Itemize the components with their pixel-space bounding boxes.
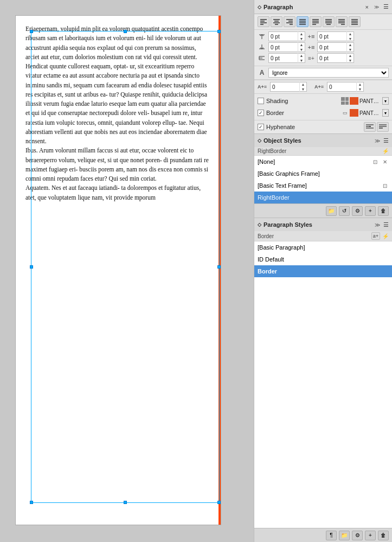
left-indent-down[interactable]: ▼ xyxy=(298,58,305,63)
align-center-button[interactable] xyxy=(271,16,282,27)
para-styles-lightning[interactable]: ⚡ xyxy=(382,233,389,239)
handle-bm[interactable] xyxy=(124,501,127,504)
paragraph-styles-toolbar: ¶ 📁 ⚙ + 🗑 xyxy=(254,528,392,542)
paragraph-styles-menu[interactable]: ☰ xyxy=(383,221,389,228)
para-styles-delete-btn[interactable]: 🗑 xyxy=(378,531,389,540)
align-left-button[interactable] xyxy=(258,16,269,27)
hyphenate-btn2[interactable] xyxy=(377,122,389,132)
right-indent-down[interactable]: ▼ xyxy=(347,58,354,63)
paragraph-expand-button[interactable]: ≫ xyxy=(374,4,379,10)
hyphenate-btn1[interactable] xyxy=(364,122,376,132)
paragraph-menu-button[interactable]: ☰ xyxy=(383,3,389,10)
border-color-group: ▭ PANTO... ▼ xyxy=(343,109,389,117)
border-checkbox[interactable] xyxy=(258,110,264,116)
font-size-value1: 0 xyxy=(271,84,299,90)
align-justify-all-button[interactable] xyxy=(349,16,361,27)
hyphenate-buttons xyxy=(364,122,389,132)
hyphenate-checkbox[interactable] xyxy=(258,124,264,130)
shading-color-swatch xyxy=(350,97,358,105)
paragraph-panel-title: Paragraph xyxy=(258,4,293,10)
obj-style-graphics-label: [Basic Graphics Frame] xyxy=(258,170,389,177)
after-spacing-arrows2[interactable]: ▲ ▼ xyxy=(346,42,354,52)
handle-bl[interactable] xyxy=(30,501,33,504)
object-styles-title: Object Styles xyxy=(258,137,301,144)
before-spacing-up[interactable]: ▲ xyxy=(298,31,305,36)
document-page: Eriaepernam, volupid min plit ea volorem… xyxy=(15,15,221,525)
paragraph-styles-panel: Paragraph Styles ≫ ☰ Border a+ ⚡ [Basic … xyxy=(254,218,392,542)
obj-style-none[interactable]: [None] ⊡ ✕ xyxy=(254,156,392,168)
before-spacing-arrows[interactable]: ▲ ▼ xyxy=(298,31,305,41)
align-justify-last-right-button[interactable] xyxy=(336,16,348,27)
border-color-dropdown[interactable]: ▼ xyxy=(382,109,389,117)
obj-styles-delete-btn[interactable]: 🗑 xyxy=(378,206,389,216)
font-size-field2[interactable]: 0 ▲ ▼ xyxy=(327,82,364,92)
shading-color-grid-icon xyxy=(341,97,349,105)
after-spacing-field2[interactable]: 0 pt ▲ ▼ xyxy=(317,42,354,52)
shading-checkbox[interactable] xyxy=(258,98,264,104)
spacing-section: 0 pt ▲ ▼ +≡ 0 pt ▲ ▼ xyxy=(254,30,392,66)
before-spacing-arrows2[interactable]: ▲ ▼ xyxy=(346,31,354,41)
drop-cap-select[interactable]: Ignore Apply xyxy=(268,68,389,78)
spacing-after-row: 0 pt ▲ ▼ +≡ 0 pt ▲ ▼ xyxy=(258,42,389,52)
object-styles-lightning[interactable]: ⚡ xyxy=(382,148,389,154)
after-spacing-down[interactable]: ▼ xyxy=(298,47,305,52)
spacing-after-icon xyxy=(258,43,266,52)
obj-style-text-frame[interactable]: [Basic Text Frame] ⊡ xyxy=(254,180,392,192)
para-styles-folder-btn[interactable]: 📁 xyxy=(339,531,350,540)
align-justify-button[interactable] xyxy=(297,16,309,27)
align-justify-last-center-button[interactable] xyxy=(323,16,335,27)
font-size-down2[interactable]: ▼ xyxy=(357,87,363,92)
obj-style-none-delete-icon: ✕ xyxy=(381,159,389,165)
paragraph-styles-expand[interactable]: ≫ xyxy=(375,222,380,228)
font-size-up1[interactable]: ▲ xyxy=(300,82,306,87)
font-size-down1[interactable]: ▼ xyxy=(300,87,306,92)
after-spacing-value2: 0 pt xyxy=(318,44,346,50)
left-indent-field[interactable]: 0 pt ▲ ▼ xyxy=(268,53,305,63)
obj-style-graphics-frame[interactable]: [Basic Graphics Frame] xyxy=(254,168,392,180)
object-styles-controls: ≫ ☰ xyxy=(375,137,389,144)
object-styles-menu[interactable]: ☰ xyxy=(383,137,389,144)
object-styles-expand[interactable]: ≫ xyxy=(375,138,380,144)
before-spacing-down2[interactable]: ▼ xyxy=(347,36,354,41)
right-indent-up[interactable]: ▲ xyxy=(347,53,354,58)
before-spacing-up2[interactable]: ▲ xyxy=(347,31,354,36)
before-spacing-field[interactable]: 0 pt ▲ ▼ xyxy=(268,31,305,41)
after-spacing-up2[interactable]: ▲ xyxy=(347,42,354,47)
left-indent-up[interactable]: ▲ xyxy=(298,53,305,58)
obj-style-rightborder[interactable]: RightBorder xyxy=(254,192,392,203)
para-styles-para-icon-btn[interactable]: ¶ xyxy=(326,531,337,540)
para-style-id-default[interactable]: ID Default xyxy=(254,253,392,265)
para-style-border-label: Border xyxy=(258,268,277,275)
para-style-basic[interactable]: [Basic Paragraph] xyxy=(254,241,392,253)
font-size-arrows2[interactable]: ▲ ▼ xyxy=(356,82,363,92)
before-spacing-down[interactable]: ▼ xyxy=(298,36,305,41)
align-justify-last-left-button[interactable] xyxy=(310,16,322,27)
para-styles-settings-btn[interactable]: ⚙ xyxy=(352,531,363,540)
before-spacing-field2[interactable]: 0 pt ▲ ▼ xyxy=(317,31,354,41)
paragraph-close-button[interactable]: × xyxy=(364,4,370,10)
after-spacing-down2[interactable]: ▼ xyxy=(347,47,354,52)
right-indent-field[interactable]: 0 pt ▲ ▼ xyxy=(317,53,354,63)
right-indent-arrows[interactable]: ▲ ▼ xyxy=(346,53,354,63)
obj-styles-folder-btn[interactable]: 📁 xyxy=(326,206,337,216)
border-color-swatch xyxy=(350,109,358,117)
para-styles-add-btn[interactable]: + xyxy=(365,531,376,540)
after-spacing-arrows[interactable]: ▲ ▼ xyxy=(298,42,305,52)
font-size-arrows1[interactable]: ▲ ▼ xyxy=(299,82,306,92)
font-size-up2[interactable]: ▲ xyxy=(357,82,363,87)
after-spacing-up[interactable]: ▲ xyxy=(298,42,305,47)
align-right-button[interactable] xyxy=(284,16,295,27)
shading-color-group: PANTO... ▼ xyxy=(341,97,389,105)
shading-color-dropdown[interactable]: ▼ xyxy=(382,97,389,105)
obj-styles-settings-btn[interactable]: ⚙ xyxy=(352,206,363,216)
after-spacing-field[interactable]: 0 pt ▲ ▼ xyxy=(268,42,305,52)
object-styles-list: [None] ⊡ ✕ [Basic Graphics Frame] [Basic… xyxy=(254,156,392,203)
para-style-border[interactable]: Border xyxy=(254,265,392,277)
obj-styles-add-btn[interactable]: + xyxy=(365,206,376,216)
font-size-field1[interactable]: 0 ▲ ▼ xyxy=(270,82,307,92)
left-indent-arrows[interactable]: ▲ ▼ xyxy=(298,53,305,63)
obj-styles-refresh-btn[interactable]: ↺ xyxy=(339,206,350,216)
handle-ml[interactable] xyxy=(30,265,33,269)
para-styles-add-icon[interactable]: a+ xyxy=(371,232,380,240)
object-styles-header: Object Styles ≫ ☰ xyxy=(254,134,392,147)
